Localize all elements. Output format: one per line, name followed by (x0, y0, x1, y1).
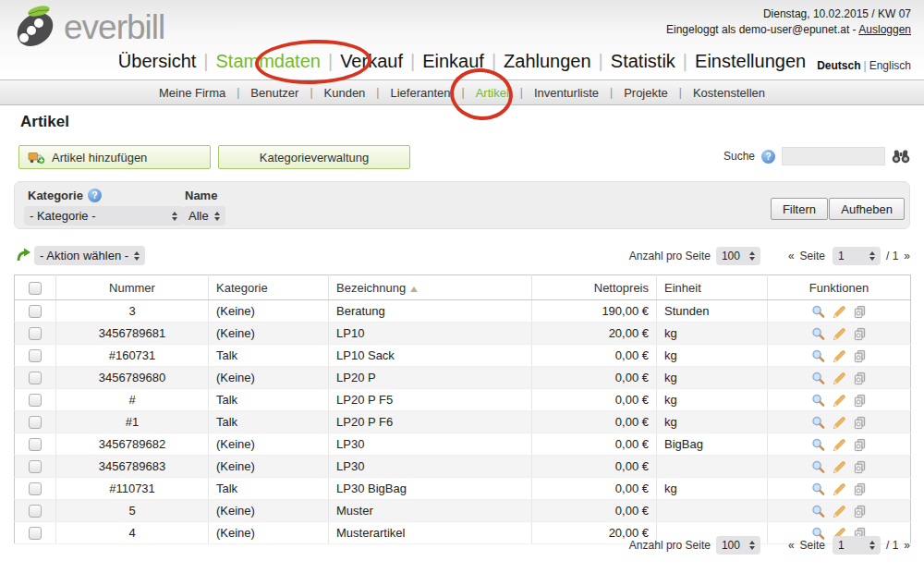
sub-nav-item-artikel[interactable]: Artikel (465, 86, 520, 100)
search-input[interactable] (782, 147, 885, 165)
copy-icon[interactable] (853, 372, 867, 385)
pencil-icon[interactable] (832, 438, 846, 452)
cell-bezeichnung: LP30 BigBag (329, 478, 532, 500)
column-header-einheit[interactable]: Einheit (657, 275, 768, 300)
pencil-icon[interactable] (832, 416, 846, 430)
row-checkbox[interactable] (29, 327, 42, 340)
name-select[interactable]: Alle (183, 206, 225, 226)
pencil-icon[interactable] (832, 305, 846, 319)
cell-bezeichnung: LP20 P F5 (329, 389, 532, 411)
copy-icon[interactable] (853, 438, 867, 452)
main-nav-item-einkauf[interactable]: Einkauf (415, 51, 492, 72)
sub-nav-item-kunden[interactable]: Kunden (313, 86, 377, 100)
sub-nav-item-benutzer[interactable]: Benutzer (239, 86, 310, 100)
page-select[interactable]: 1 (833, 536, 881, 555)
main-nav-item-stammdaten[interactable]: Stammdaten (209, 51, 328, 72)
date-text: Dienstag, 10.02.2015 / KW 07 (666, 6, 911, 22)
pencil-icon[interactable] (832, 505, 846, 518)
copy-icon[interactable] (853, 349, 867, 363)
help-icon[interactable]: ? (761, 150, 775, 164)
main-nav-item--bersicht[interactable]: Übersicht (111, 51, 203, 72)
category-management-button[interactable]: Kategorieverwaltung (218, 145, 410, 169)
pencil-icon[interactable] (832, 394, 846, 408)
next-page-button[interactable]: » (904, 250, 910, 262)
filter-name-label: Name (185, 189, 217, 202)
copy-icon[interactable] (853, 416, 867, 430)
magnify-icon[interactable] (811, 416, 825, 430)
reset-filter-button[interactable]: Aufheben (829, 198, 905, 220)
cell-nummer: #160731 (56, 345, 209, 367)
select-all-checkbox[interactable] (29, 282, 42, 295)
row-checkbox[interactable] (29, 438, 42, 451)
column-header-kategorie[interactable]: Kategorie (209, 275, 329, 300)
per-page-select[interactable]: 100 (716, 247, 760, 265)
sub-nav-item-kostenstellen[interactable]: Kostenstellen (682, 86, 776, 100)
add-article-button[interactable]: Artikel hinzufügen (18, 145, 211, 169)
sub-nav-item-meine-firma[interactable]: Meine Firma (148, 86, 237, 100)
help-icon[interactable]: ? (88, 189, 102, 202)
column-header-bezeichnung[interactable]: Bezeichnung (329, 275, 532, 300)
copy-icon[interactable] (853, 482, 867, 496)
select-stepper-icon (869, 541, 875, 550)
sub-nav-item-inventurliste[interactable]: Inventurliste (523, 86, 610, 100)
magnify-icon[interactable] (811, 505, 825, 518)
filter-button[interactable]: Filtern (771, 198, 828, 220)
per-page-select[interactable]: 100 (716, 536, 760, 555)
category-select[interactable]: - Kategorie - (24, 206, 183, 226)
copy-icon[interactable] (853, 460, 867, 474)
column-header-funktionen[interactable]: Funktionen (768, 275, 911, 300)
binoculars-icon[interactable] (892, 149, 910, 164)
row-checkbox[interactable] (29, 505, 42, 518)
pencil-icon[interactable] (832, 327, 846, 341)
magnify-icon[interactable] (811, 327, 825, 341)
magnify-icon[interactable] (811, 305, 825, 319)
prev-page-button[interactable]: « (788, 539, 795, 552)
select-stepper-icon (749, 541, 755, 550)
pencil-icon[interactable] (832, 460, 846, 474)
pencil-icon[interactable] (832, 372, 846, 385)
copy-icon[interactable] (853, 394, 867, 408)
prev-page-button[interactable]: « (788, 250, 795, 262)
lang-german[interactable]: Deutsch (817, 59, 860, 72)
logo[interactable]: everbill (11, 4, 164, 50)
action-select[interactable]: - Aktion wählen - (34, 246, 145, 265)
sub-nav-item-lieferanten[interactable]: Lieferanten (379, 86, 461, 100)
magnify-icon[interactable] (811, 438, 825, 452)
cell-bezeichnung: Musterartikel (329, 522, 532, 544)
pencil-icon[interactable] (832, 349, 846, 363)
main-nav-item-statistik[interactable]: Statistik (603, 51, 683, 72)
magnify-icon[interactable] (811, 394, 825, 408)
copy-icon[interactable] (853, 505, 867, 518)
magnify-icon[interactable] (811, 372, 825, 385)
main-nav: Übersicht|Stammdaten|Verkauf|Einkauf|Zah… (0, 46, 924, 76)
cell-bezeichnung: LP30 (329, 433, 532, 456)
row-checkbox[interactable] (29, 305, 42, 318)
column-header-nettopreis[interactable]: Nettopreis (532, 275, 657, 300)
cell-kategorie: (Keine) (209, 500, 329, 522)
sub-nav-item-projekte[interactable]: Projekte (613, 86, 679, 100)
page-select[interactable]: 1 (833, 247, 881, 265)
lang-english[interactable]: Englisch (869, 59, 911, 72)
magnify-icon[interactable] (811, 460, 825, 474)
cell-nummer: 3456789683 (56, 456, 209, 478)
row-checkbox[interactable] (29, 372, 42, 384)
article-row: #1TalkLP20 P F60,00 €kg (15, 411, 911, 433)
magnify-icon[interactable] (811, 349, 825, 363)
row-checkbox[interactable] (29, 482, 42, 495)
main-nav-item-verkauf[interactable]: Verkauf (333, 51, 410, 72)
row-checkbox[interactable] (29, 394, 42, 407)
copy-icon[interactable] (853, 305, 867, 319)
logout-link[interactable]: Ausloggen (858, 23, 911, 36)
main-nav-item-einstellungen[interactable]: Einstellungen (687, 51, 813, 72)
column-header-nummer[interactable]: Nummer (56, 275, 209, 300)
main-nav-item-zahlungen[interactable]: Zahlungen (496, 51, 599, 72)
row-checkbox[interactable] (29, 527, 42, 540)
next-page-button[interactable]: » (904, 539, 910, 552)
row-checkbox[interactable] (29, 460, 42, 473)
copy-icon[interactable] (853, 327, 867, 341)
magnify-icon[interactable] (811, 482, 825, 496)
row-actions-cell (768, 345, 911, 367)
row-checkbox[interactable] (29, 349, 42, 362)
pencil-icon[interactable] (832, 482, 846, 496)
row-checkbox[interactable] (29, 416, 42, 429)
